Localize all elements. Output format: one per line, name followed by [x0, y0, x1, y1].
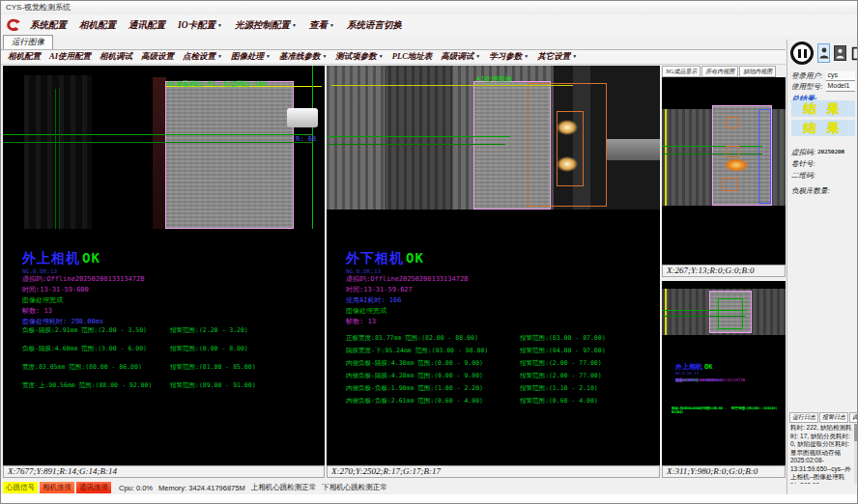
measure-line-green	[662, 146, 762, 147]
right-camera-results: 外下相机OK NG:0,OK:13 虚拟码:Offline20250208133…	[327, 210, 660, 465]
needle-number-label: 卷针号:	[791, 159, 815, 169]
toolbar-item[interactable]: 点检设置	[183, 51, 222, 63]
measurement-row: 内侧负极-负极:1.90mm 范围:(1.00 - 2.20) 报警范围:(1.…	[346, 384, 654, 397]
menu-item[interactable]: 系统配置	[30, 19, 67, 32]
measurement-alarm-range: 报警范围:(2.00 - 77.00)	[520, 372, 602, 384]
menu-item[interactable]: 查看	[309, 19, 334, 32]
tab-run-image[interactable]: 运行图像	[3, 35, 53, 49]
toolbar-item[interactable]: 高级调试	[441, 51, 480, 63]
right-sidebar: 登录用户: cys 使用型号: Model1 总结果: 结 果 结 果 虚拟码:…	[786, 40, 858, 494]
model-label: 使用型号:	[791, 82, 823, 92]
measure-line-green	[662, 316, 745, 317]
dropdown-caret-icon	[320, 51, 327, 61]
toolbar-item[interactable]: 基准线参数	[279, 51, 327, 63]
left-camera-results: 外上相机OK NG:0,OK:13 虚拟码:Offline20250208133…	[3, 229, 325, 465]
defect-highlight-blob	[557, 156, 578, 172]
measurement-row: 负极-隔膜:2.91mm 范围:(2.00 - 3.50) 报警范围:(2.20…	[22, 326, 319, 345]
cpu-usage-text: Cpu: 0.0%	[119, 484, 153, 492]
log-tabs: 运行日志 报警日志 调试日志	[789, 412, 858, 423]
toolbar-item[interactable]: 学习参数	[489, 51, 529, 63]
scrollbar-thumb[interactable]	[854, 424, 858, 441]
menu-item[interactable]: 系统语言切换	[347, 19, 402, 32]
exit-button[interactable]	[850, 43, 858, 63]
preview-top-view[interactable]	[662, 77, 786, 265]
measurement-row: 内侧负极-负极:2.61mm 范围:(0.60 - 4.00) 报警范围:(0.…	[346, 397, 654, 409]
ai-overlay-text: AI处理图像	[476, 74, 511, 84]
menu-item[interactable]: IO卡配置	[178, 19, 222, 32]
measurement-value: 隔膜宽度-下:95.24mm 范围:(93.00 - 98.00)	[346, 347, 520, 359]
user-login-button[interactable]	[817, 43, 830, 63]
image-texture	[24, 75, 92, 229]
menu-item[interactable]: 通讯配置	[129, 19, 165, 32]
dropdown-caret-icon	[570, 51, 577, 61]
measure-line-green	[662, 154, 762, 154]
baseline-overlay-yellow	[331, 85, 573, 86]
log-scrollbar[interactable]	[854, 424, 858, 484]
log-tab[interactable]: 运行日志	[789, 412, 818, 423]
measurement-alarm-range: 报警范围:(2.00 - 77.00)	[520, 359, 602, 372]
frame-count-line: 帧数: 13	[22, 306, 144, 317]
anode-count-label: 负极库数量:	[791, 186, 830, 196]
measurement-value: 宽度-上:90.56mm 范围:(88.00 - 92.00)	[22, 381, 170, 400]
log-tab[interactable]: 调试日志	[849, 412, 858, 423]
toolbar-item[interactable]: AI使用配置	[49, 51, 91, 63]
tab-strip: 运行图像	[1, 36, 786, 50]
measure-line-green	[3, 134, 312, 135]
image-texture	[153, 77, 166, 229]
toolbar-item[interactable]: 其它设置	[537, 51, 577, 63]
right-camera-panel: AI处理图像 外下相机OK NG:0,OK:13 虚拟码:Offline2025…	[327, 66, 660, 465]
menu-item[interactable]: 光源控制配置	[235, 19, 297, 32]
preview-top-coords-bar: X:267;Y:13;R:0;G:0;B:0	[662, 265, 786, 277]
measurement-row: 内侧负极-隔膜:4.28mm 范围:(0.00 - 9.00) 报警范围:(2.…	[346, 372, 654, 384]
exit-door-icon	[851, 46, 858, 61]
rgb-overlay-text: R: 68	[296, 135, 316, 143]
right-camera-view[interactable]: AI处理图像	[327, 66, 660, 210]
barcode-value: 20250208	[817, 148, 844, 157]
measure-line-green	[55, 89, 56, 229]
ai-detect-box-orange	[726, 146, 739, 157]
result-badge: 结 果	[791, 100, 855, 117]
defect-highlight-blob	[724, 158, 749, 172]
pause-button[interactable]	[790, 42, 814, 65]
defect-highlight-blob	[557, 120, 578, 135]
ai-time-line: 使用AI耗时: 166	[346, 295, 468, 306]
user-switch-button[interactable]	[834, 45, 846, 61]
log-tab[interactable]: 报警日志	[819, 412, 848, 423]
pause-icon	[804, 49, 807, 58]
menu-item[interactable]: 相机配置	[79, 19, 116, 32]
preview-bottom-view[interactable]: 外上相机OK NG:0,OK:13 虚拟码:Offline20250208133…	[662, 281, 786, 465]
status-ok: OK	[406, 250, 424, 266]
toolbar-item[interactable]: 测试项参数	[335, 51, 383, 63]
preview-tab[interactable]: 缺陷内视图	[739, 66, 776, 77]
measurement-row: 宽度-上:90.56mm 范围:(88.00 - 92.00) 报警范围:(89…	[22, 381, 319, 400]
measurement-list: 负极-隔膜:2.91mm 范围:(2.00 - 3.50) 报警范围:(2.20…	[22, 326, 319, 400]
preview-bottom-coords-bar: X:311;Y:980;R:0;G:0;B:0	[662, 465, 786, 478]
toolbar: 相机配置 AI使用配置 相机调试 高级设置 点检设置 图像处理 基准线参数 测试…	[1, 50, 786, 65]
ok-ng-counter: NG:0,OK:13	[675, 371, 699, 376]
left-camera-view[interactable]: N1屏蔽阈值:93, 动态阈值:100 R: 68	[3, 66, 325, 229]
model-value: Model1	[826, 82, 855, 92]
measurement-value: 宽度:83.05mm 范围:(80.00 - 86.00)	[22, 363, 170, 381]
toolbar-item[interactable]: PLC地址表	[392, 51, 433, 63]
barcode-line: 虚拟码:Offline2025020813313472B	[346, 274, 468, 285]
toolbar-item[interactable]: 相机调试	[100, 51, 132, 63]
memory-usage-text: Memory: 3424.41796875M	[158, 484, 245, 492]
pause-icon	[798, 49, 801, 58]
ai-detect-box-orange	[726, 117, 739, 128]
measurement-value: 内侧负极-负极:1.90mm 范围:(1.00 - 2.20)	[346, 384, 520, 397]
measurement-row: 负极-隔膜:4.60mm 范围:(3.00 - 6.00) 报警范围:(0.00…	[22, 345, 319, 363]
app-window: CYS-视觉检测系统 系统配置 相机配置 通讯配置 IO卡配置 光源控制配置 查…	[0, 0, 858, 504]
baseline-overlay-yellow	[665, 289, 667, 335]
preview-tab[interactable]: NG成品显示	[662, 66, 701, 77]
toolbar-item[interactable]: 相机配置	[8, 51, 41, 63]
toolbar-item[interactable]: 图像处理	[231, 51, 271, 63]
measurement-alarm-range: 报警范围:(0.00 - 8.00)	[170, 345, 248, 363]
ai-detect-box-orange	[722, 178, 738, 191]
left-camera-coords-bar: X:7677;Y:891;R:14;G:14;B:14	[3, 465, 325, 478]
measurement-value: 内侧负极-负极:2.61mm 范围:(0.60 - 4.00)	[346, 397, 520, 409]
toolbar-item[interactable]: 高级设置	[141, 51, 174, 63]
preview-tab[interactable]: 所有内视图	[701, 66, 738, 77]
ok-ng-counter: NG:0,OK:13	[22, 267, 57, 274]
measurement-alarm-range: 报警范围:(89.00 - 91.00)	[170, 381, 256, 400]
measure-line-green	[327, 144, 505, 145]
